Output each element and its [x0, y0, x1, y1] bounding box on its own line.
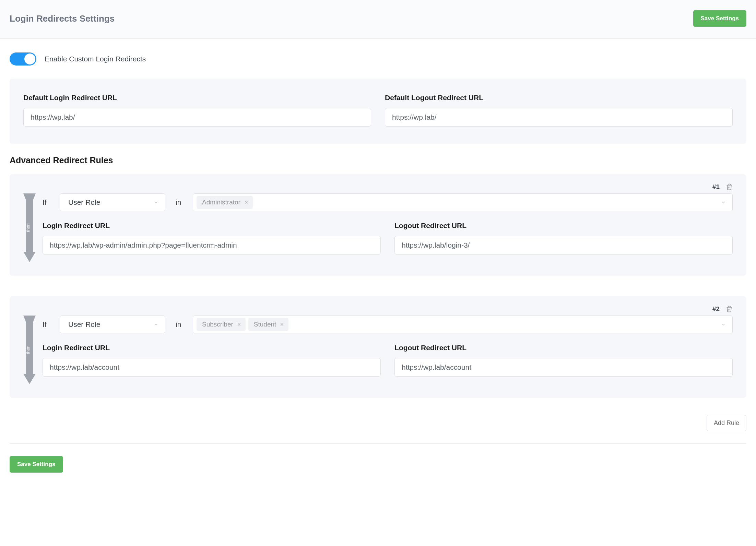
role-tag-select[interactable]: Administrator	[193, 193, 733, 211]
condition-type-value: User Role	[68, 198, 100, 206]
then-arrow-icon: then	[23, 193, 36, 262]
save-settings-button-top[interactable]: Save Settings	[693, 10, 747, 27]
close-icon[interactable]	[244, 200, 249, 205]
chevron-down-icon	[721, 322, 726, 327]
svg-text:then: then	[25, 223, 31, 232]
rule-flow-arrow-col: then	[23, 183, 36, 262]
svg-text:then: then	[25, 345, 31, 354]
default-login-label: Default Login Redirect URL	[23, 94, 371, 102]
rule-logout-label: Logout Redirect URL	[394, 344, 733, 352]
if-label: If	[43, 320, 49, 329]
condition-type-select[interactable]: User Role	[60, 193, 165, 211]
rule-login-label: Login Redirect URL	[43, 222, 381, 230]
rule-url-row: Login Redirect URL Logout Redirect URL	[43, 344, 733, 377]
rule-card: then #2 If User Role in	[10, 296, 746, 398]
default-login-group: Default Login Redirect URL	[23, 94, 371, 127]
toggle-knob	[24, 54, 35, 64]
role-tag-label: Subscriber	[202, 321, 233, 328]
rule-logout-input[interactable]	[394, 358, 733, 377]
enable-toggle-label: Enable Custom Login Redirects	[45, 55, 146, 63]
role-tag-label: Administrator	[202, 199, 240, 206]
rule-logout-input[interactable]	[394, 236, 733, 254]
rule-login-group: Login Redirect URL	[43, 344, 381, 377]
chevron-down-icon	[721, 200, 726, 205]
rule-number: #2	[712, 305, 720, 313]
rule-login-group: Login Redirect URL	[43, 222, 381, 254]
condition-row: If User Role in Administrator	[43, 193, 733, 211]
in-label: in	[176, 198, 182, 206]
rule-login-input[interactable]	[43, 358, 381, 377]
rule-header: #2	[43, 305, 733, 313]
rule-card: then #1 If User Role in	[10, 174, 746, 276]
default-logout-label: Default Logout Redirect URL	[385, 94, 733, 102]
save-settings-button-bottom[interactable]: Save Settings	[10, 456, 63, 473]
rule-login-label: Login Redirect URL	[43, 344, 381, 352]
add-rule-row: Add Rule	[10, 415, 746, 431]
role-tag: Student	[248, 318, 289, 331]
page-title: Login Redirects Settings	[10, 13, 115, 24]
role-tag: Administrator	[197, 196, 253, 209]
page-header: Login Redirects Settings Save Settings	[0, 0, 756, 39]
chevron-down-icon	[153, 322, 159, 327]
condition-type-value: User Role	[68, 320, 100, 328]
close-icon[interactable]	[237, 322, 241, 327]
default-login-input[interactable]	[23, 108, 371, 127]
role-tag-label: Student	[254, 321, 276, 328]
rule-number: #1	[712, 183, 720, 191]
condition-type-select[interactable]: User Role	[60, 316, 165, 333]
role-tag-select[interactable]: Subscriber Student	[193, 316, 733, 333]
close-icon[interactable]	[280, 322, 284, 327]
advanced-rules-title: Advanced Redirect Rules	[10, 155, 746, 165]
chevron-down-icon	[153, 200, 159, 205]
rule-header: #1	[43, 183, 733, 191]
role-tag: Subscriber	[197, 318, 246, 331]
rule-logout-group: Logout Redirect URL	[394, 222, 733, 254]
trash-icon[interactable]	[726, 183, 733, 190]
in-label: in	[176, 320, 182, 329]
default-urls-panel: Default Login Redirect URL Default Logou…	[10, 79, 746, 144]
trash-icon[interactable]	[726, 306, 733, 312]
rule-logout-group: Logout Redirect URL	[394, 344, 733, 377]
default-logout-group: Default Logout Redirect URL	[385, 94, 733, 127]
rule-login-input[interactable]	[43, 236, 381, 254]
enable-toggle-row: Enable Custom Login Redirects	[10, 39, 746, 79]
enable-redirects-toggle[interactable]	[10, 52, 36, 66]
rule-url-row: Login Redirect URL Logout Redirect URL	[43, 222, 733, 254]
if-label: If	[43, 198, 49, 206]
condition-row: If User Role in Subscriber Student	[43, 316, 733, 333]
default-logout-input[interactable]	[385, 108, 733, 127]
rule-flow-arrow-col: then	[23, 305, 36, 384]
add-rule-button[interactable]: Add Rule	[707, 415, 746, 431]
divider	[10, 443, 746, 444]
rule-logout-label: Logout Redirect URL	[394, 222, 733, 230]
then-arrow-icon: then	[23, 316, 36, 384]
